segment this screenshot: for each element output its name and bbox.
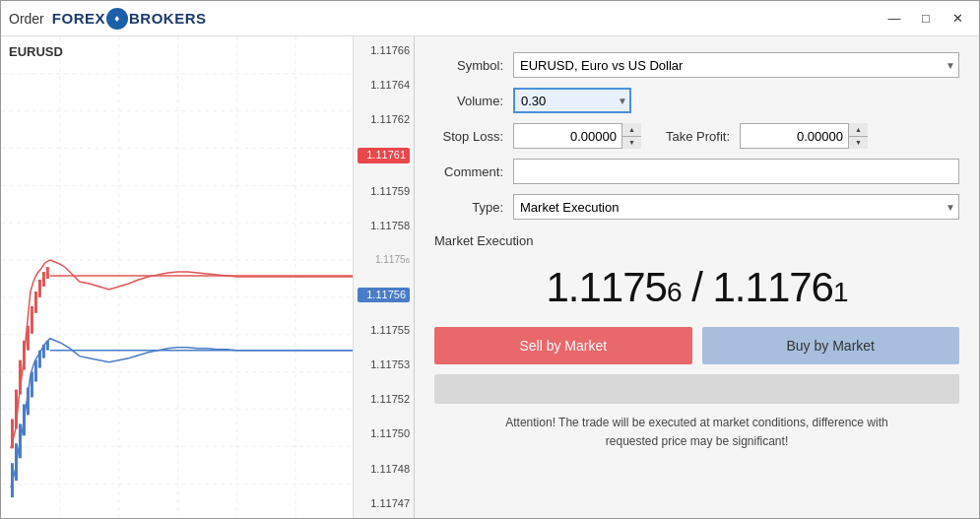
action-buttons: Sell by Market Buy by Market — [434, 327, 959, 364]
comment-input[interactable] — [513, 159, 959, 184]
price-13: 1.11748 — [358, 463, 410, 476]
chart-svg — [1, 36, 353, 518]
svg-rect-23 — [34, 292, 37, 313]
svg-rect-30 — [19, 423, 22, 458]
stop-loss-label: Stop Loss: — [434, 129, 513, 144]
symbol-select[interactable]: EURUSD, Euro vs US Dollar — [513, 52, 959, 78]
take-profit-spin-buttons: ▲ ▼ — [848, 123, 868, 149]
take-profit-wrapper: ▲ ▼ — [740, 123, 868, 149]
type-row: Type: Market Execution ▼ — [434, 194, 959, 220]
svg-rect-19 — [19, 360, 22, 395]
svg-rect-20 — [23, 341, 26, 370]
chart-symbol-label: EURUSD — [9, 44, 63, 59]
symbol-label: Symbol: — [434, 58, 513, 73]
chart-area: EURUSD — [1, 36, 415, 518]
price-10: 1.11753 — [358, 358, 410, 371]
logo-forex: FOREX — [52, 10, 105, 27]
chart-price-axis: 1.11766 1.11764 1.11762 1.11761 1.11759 … — [353, 36, 414, 518]
svg-rect-28 — [11, 463, 14, 497]
price-3: 1.11762 — [358, 113, 410, 126]
price-5: 1.11759 — [358, 185, 410, 198]
type-select[interactable]: Market Execution — [513, 194, 959, 220]
attention-text: Attention! The trade will be executed at… — [434, 414, 959, 451]
bid-price-main: 1.1175 — [546, 264, 666, 310]
take-profit-up-button[interactable]: ▲ — [849, 123, 868, 137]
volume-input[interactable] — [513, 88, 631, 113]
price-8-highlighted: 1.11756 — [358, 288, 410, 302]
svg-rect-22 — [31, 306, 33, 334]
sell-by-market-button[interactable]: Sell by Market — [434, 327, 692, 364]
maximize-button[interactable]: □ — [912, 9, 940, 29]
price-14: 1.11747 — [358, 497, 410, 510]
svg-rect-36 — [42, 345, 45, 358]
volume-wrapper: ▼ — [513, 88, 631, 113]
minimize-button[interactable]: — — [881, 9, 908, 29]
svg-rect-18 — [15, 390, 18, 429]
price-6: 1.11758 — [358, 220, 410, 232]
bid-price-small: 6 — [667, 277, 682, 307]
logo: FOREX ♦ BROKERS — [52, 8, 207, 30]
svg-rect-35 — [38, 351, 41, 368]
type-label: Type: — [434, 200, 513, 215]
empty-action-button[interactable] — [434, 374, 959, 404]
close-button[interactable]: ✕ — [944, 9, 971, 29]
sl-tp-row: Stop Loss: ▲ ▼ Take Profit: ▲ ▼ — [434, 123, 959, 149]
volume-label: Volume: — [434, 94, 513, 108]
price-7: 1.11756 — [358, 254, 410, 266]
market-execution-label: Market Execution — [434, 233, 959, 248]
comment-label: Comment: — [434, 164, 513, 179]
price-separator: / — [681, 264, 712, 310]
svg-rect-25 — [42, 272, 45, 287]
symbol-row: Symbol: EURUSD, Euro vs US Dollar ▼ — [434, 52, 959, 78]
order-window: Order FOREX ♦ BROKERS — □ ✕ EURUSD — [0, 0, 980, 519]
svg-rect-32 — [27, 388, 30, 416]
type-select-wrapper: Market Execution ▼ — [513, 194, 959, 220]
price-1: 1.11766 — [358, 44, 410, 57]
buy-by-market-button[interactable]: Buy by Market — [702, 327, 960, 364]
window-title: Order — [9, 11, 44, 27]
price-2: 1.11764 — [358, 79, 410, 92]
price-9: 1.11755 — [358, 324, 410, 337]
stop-loss-up-button[interactable]: ▲ — [622, 123, 641, 137]
svg-rect-29 — [15, 443, 18, 481]
stop-loss-wrapper: ▲ ▼ — [513, 123, 641, 149]
stop-loss-spin-buttons: ▲ ▼ — [621, 123, 641, 149]
svg-rect-26 — [46, 267, 49, 279]
symbol-select-wrapper: EURUSD, Euro vs US Dollar ▼ — [513, 52, 959, 78]
volume-dropdown-arrow: ▼ — [618, 96, 627, 106]
content-area: EURUSD — [1, 36, 979, 518]
price-4-highlighted: 1.11761 — [358, 148, 410, 162]
price-11: 1.11752 — [358, 393, 410, 406]
volume-row: Volume: ▼ — [434, 88, 959, 113]
svg-rect-17 — [11, 419, 14, 448]
ask-price-main: 1.1176 — [713, 264, 833, 310]
take-profit-label: Take Profit: — [641, 129, 740, 144]
logo-brokers: BROKERS — [129, 10, 207, 27]
chart-inner: EURUSD — [1, 36, 353, 518]
logo-icon: ♦ — [106, 8, 128, 30]
svg-rect-34 — [34, 360, 37, 382]
title-bar: Order FOREX ♦ BROKERS — □ ✕ — [1, 1, 979, 36]
svg-rect-24 — [38, 280, 41, 297]
price-display: 1.11756 / 1.11761 — [434, 264, 959, 311]
svg-rect-31 — [23, 404, 26, 435]
price-12: 1.11750 — [358, 427, 410, 440]
stop-loss-down-button[interactable]: ▼ — [622, 137, 641, 150]
window-controls: — □ ✕ — [881, 9, 971, 29]
ask-price-small: 1 — [833, 277, 848, 307]
svg-rect-37 — [46, 341, 49, 351]
svg-rect-33 — [31, 372, 33, 398]
comment-row: Comment: — [434, 159, 959, 184]
right-panel: Symbol: EURUSD, Euro vs US Dollar ▼ Volu… — [415, 36, 979, 518]
svg-rect-21 — [27, 326, 30, 351]
take-profit-down-button[interactable]: ▼ — [849, 137, 868, 150]
